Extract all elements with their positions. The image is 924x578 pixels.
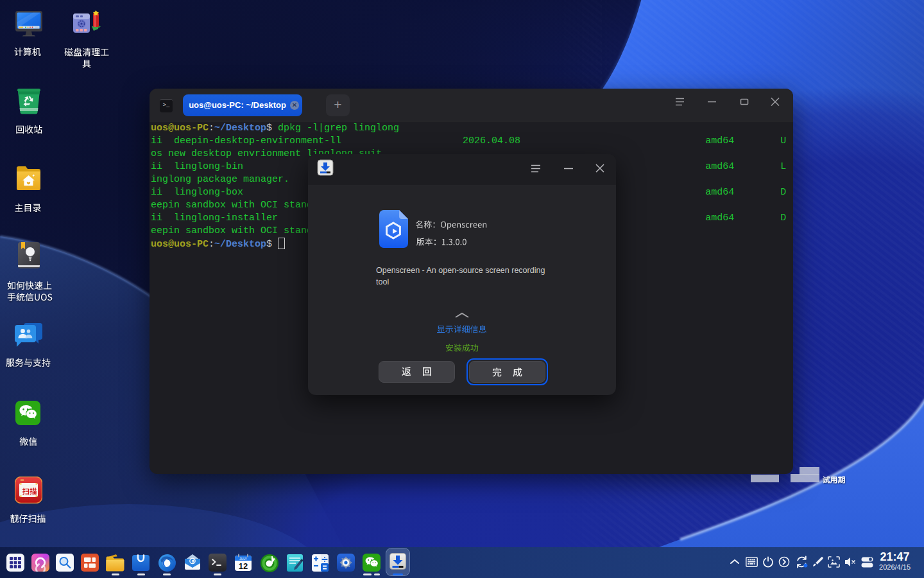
svg-text:JULY: JULY — [239, 557, 248, 561]
svg-text:12: 12 — [239, 561, 248, 571]
